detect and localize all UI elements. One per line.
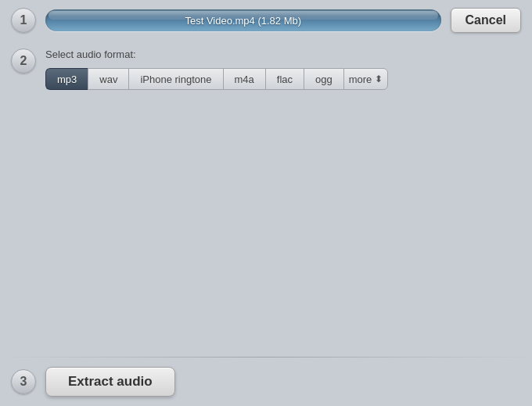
section-2: 2 Select audio format: mp3 wav iPhone ri…	[0, 41, 532, 98]
format-more-label: more	[349, 74, 372, 85]
format-btn-flac[interactable]: flac	[265, 68, 304, 90]
section-3: 3 Extract audio	[0, 357, 532, 406]
format-btn-wav[interactable]: wav	[88, 68, 128, 90]
format-label: Select audio format:	[45, 49, 388, 60]
format-buttons-group: mp3 wav iPhone ringtone m4a flac ogg mor…	[45, 68, 388, 90]
format-btn-mp3[interactable]: mp3	[45, 68, 88, 90]
section-1: 1 Test Video.mp4 (1.82 Mb) Cancel	[0, 0, 532, 41]
extract-audio-button[interactable]: Extract audio	[45, 367, 175, 397]
step-2-number: 2	[11, 49, 36, 74]
format-btn-ogg[interactable]: ogg	[304, 68, 343, 90]
progress-bar: Test Video.mp4 (1.82 Mb)	[45, 9, 441, 31]
format-btn-m4a[interactable]: m4a	[223, 68, 265, 90]
step-1-number: 1	[11, 8, 36, 33]
middle-area	[0, 98, 532, 357]
step-3-number: 3	[11, 369, 36, 394]
cancel-button[interactable]: Cancel	[451, 8, 521, 33]
main-content: 1 Test Video.mp4 (1.82 Mb) Cancel 2 Sele…	[0, 0, 532, 406]
format-more-dropdown[interactable]: more ⬍	[343, 68, 389, 90]
chevron-down-icon: ⬍	[375, 74, 383, 84]
format-btn-iphone[interactable]: iPhone ringtone	[128, 68, 222, 90]
section-2-content: Select audio format: mp3 wav iPhone ring…	[45, 49, 388, 90]
progress-text: Test Video.mp4 (1.82 Mb)	[185, 15, 301, 27]
